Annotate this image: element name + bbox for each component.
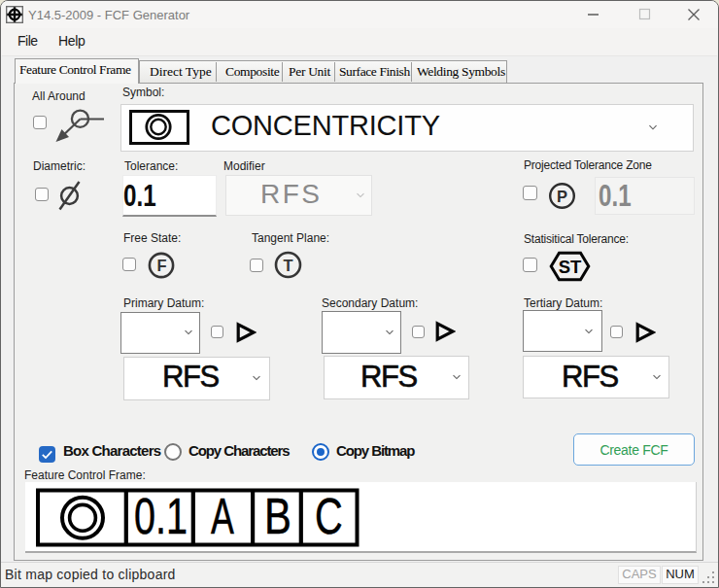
svg-text:ST: ST [559, 257, 582, 277]
svg-text:P: P [557, 188, 567, 205]
svg-text:F: F [156, 257, 166, 274]
svg-text:T: T [283, 257, 292, 274]
